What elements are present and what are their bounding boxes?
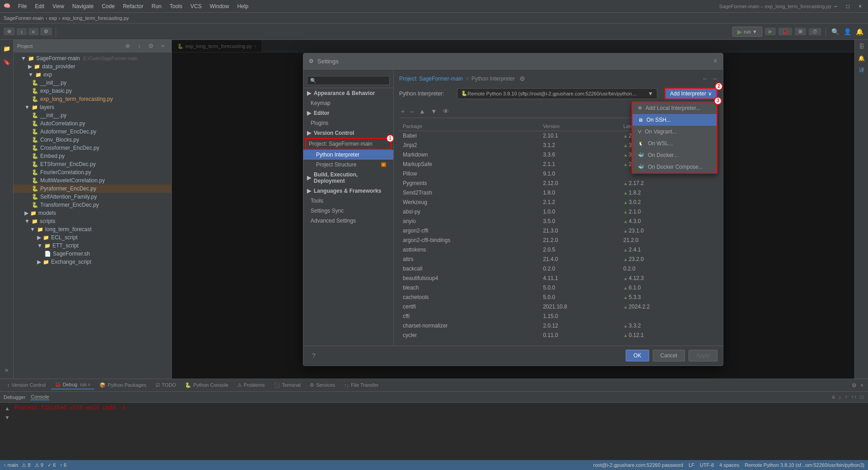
tab-debug[interactable]: 🐞 Debug run × (51, 381, 94, 389)
apply-button[interactable]: Apply (689, 350, 717, 361)
tree-item-transformer[interactable]: 🐍 Transformer_EncDec.py (14, 201, 171, 209)
toolbar-sync-button[interactable]: ↕ (17, 28, 27, 35)
toolbar-add-button[interactable]: ⊕ (4, 28, 15, 35)
maximize-button[interactable]: □ (844, 2, 852, 10)
table-row[interactable]: attrs 21.4.0 ▲23.2.0 (399, 254, 717, 264)
tree-item-autocorr[interactable]: 🐍 AutoCorrelation.py (14, 119, 171, 128)
sidebar-menu[interactable]: ⚙ (146, 41, 156, 51)
dropdown-on-ssh[interactable]: 🖥 On SSH... (632, 114, 717, 126)
tree-item-fourier[interactable]: 🐍 FourierCorrelation.py (14, 168, 171, 176)
tree-item-multiwavelet[interactable]: 🐍 MultiWaveletCorrelation.py (14, 176, 171, 185)
table-row[interactable]: argon2-cffi 21.3.0 ▲23.1.0 (399, 226, 717, 235)
notifications-side-button[interactable]: 🔔 (857, 53, 867, 63)
add-interpreter-button[interactable]: Add Interpreter ∨ (665, 88, 717, 100)
debug-toolbar-btn2[interactable]: ↓ (838, 393, 842, 401)
interpreter-select[interactable]: 🐍 Remote Python 3.8.10 (sftp://root@i-2.… (457, 88, 657, 99)
tree-item-longterm[interactable]: ▼ 📁 long_term_forecast (14, 225, 171, 233)
tree-item-etsformer[interactable]: 🐍 ETSformer_EncDec.py (14, 160, 171, 168)
close-button[interactable]: × (856, 2, 864, 10)
breadcrumb-project[interactable]: SageFormer-main (4, 15, 44, 21)
interpreter-status[interactable]: Remote Python 3.8.10 (sf...om:52260/usr/… (745, 462, 864, 468)
table-row[interactable]: absl-py 1.0.0 ▲2.1.0 (399, 207, 717, 216)
sidebar-collapse[interactable]: ↕ (134, 41, 144, 51)
console-tab[interactable]: Console (31, 394, 49, 400)
tree-item-embed[interactable]: 🐍 Embed.py (14, 152, 171, 160)
tree-item-models[interactable]: ▶ 📁 models (14, 209, 171, 217)
menu-run[interactable]: Run (148, 2, 165, 10)
bookmarks-button[interactable]: 🔖 (2, 57, 12, 67)
debugger-tab[interactable]: Debugger (4, 394, 25, 400)
table-row[interactable]: cachetools 5.0.0 ▲5.3.3 (399, 292, 717, 302)
scroll-down-button[interactable]: ▼ (4, 413, 11, 422)
settings-item-build[interactable]: ▶ Build, Execution, Deployment (303, 170, 393, 186)
tab-terminal[interactable]: ⬛ Terminal (270, 381, 305, 389)
menu-vcs[interactable]: VCS (187, 2, 205, 10)
debug-toolbar-btn1[interactable]: ≡ (831, 393, 836, 401)
settings-item-sync[interactable]: Settings Sync (303, 206, 393, 216)
table-row[interactable]: Werkzeug 2.1.2 ▲3.0.2 (399, 197, 717, 207)
menu-refactor[interactable]: Refactor (119, 2, 147, 10)
settings-item-plugins[interactable]: Plugins (303, 118, 393, 128)
settings-item-appearance[interactable]: ▶ Appearance & Behavior (303, 88, 393, 98)
structure-button[interactable]: ≡ (2, 365, 12, 375)
tree-item-ecl[interactable]: ▶ 📁 ECL_script (14, 233, 171, 242)
tree-item-exp-basic[interactable]: 🐍 exp_basic.py (14, 87, 171, 95)
settings-search-input[interactable] (307, 76, 390, 85)
help-button[interactable]: ? (309, 351, 319, 361)
tab-version-control[interactable]: ↕ Version Control (4, 381, 49, 389)
tree-item-exp-forecasting[interactable]: 🐍 exp_long_term_forecasting.py (14, 95, 171, 103)
tree-item-init[interactable]: 🐍 __init__.py (14, 79, 171, 87)
bottom-settings-button[interactable]: ⚙ (851, 381, 858, 389)
debug-toolbar-btn5[interactable]: □ (859, 393, 864, 401)
debug-toolbar-btn3[interactable]: ↑ (844, 393, 849, 401)
tree-item-ett[interactable]: ▼ 📁 ETT_script (14, 242, 171, 250)
menu-tools[interactable]: Tools (166, 2, 186, 10)
menu-window[interactable]: Window (206, 2, 233, 10)
pkg-add-button[interactable]: + (399, 107, 406, 116)
dropdown-on-vagrant[interactable]: V On Vagrant... (632, 126, 717, 138)
table-row[interactable]: Send2Trash 1.8.0 ▲1.8.2 (399, 188, 717, 197)
settings-item-vcs[interactable]: ▶ Version Control (303, 128, 393, 138)
minimize-button[interactable]: – (831, 2, 840, 10)
settings-item-editor[interactable]: ▶ Editor (303, 108, 393, 118)
notifications-button[interactable]: 🔔 (855, 27, 864, 36)
account-button[interactable]: 👤 (843, 27, 852, 36)
line-endings[interactable]: LF (689, 462, 694, 468)
ok-button[interactable]: OK (626, 350, 649, 361)
git-status[interactable]: ↑ main (4, 462, 18, 468)
menu-edit[interactable]: Edit (31, 2, 48, 10)
menu-navigate[interactable]: Navigate (69, 2, 97, 10)
tree-item-exchange[interactable]: ▶ 📁 Exchange_script (14, 258, 171, 266)
dropdown-on-docker-compose[interactable]: 🐳 On Docker Compose... (632, 161, 717, 173)
encoding[interactable]: UTF-8 (700, 462, 714, 468)
connection-status[interactable]: root@i-2.gpushare.com:52260 password (593, 462, 683, 468)
translate-button[interactable]: 译 (857, 65, 867, 75)
database-button[interactable]: 🗄 (857, 42, 867, 52)
breadcrumb-project-link[interactable]: Project: SageFormer-main (399, 76, 463, 82)
table-row[interactable]: certifi 2021.10.8 ▲2024.2.2 (399, 302, 717, 311)
table-row[interactable]: backcall 0.2.0 0.2.0 (399, 264, 717, 273)
tab-python-console[interactable]: 🐍 Python Console (181, 381, 232, 389)
pkg-view-button[interactable]: 👁 (441, 107, 451, 116)
tree-item-selfattention[interactable]: 🐍 SelfAttention_Family.py (14, 193, 171, 201)
nav-forward-button[interactable]: → (711, 75, 717, 82)
breadcrumb-file[interactable]: exp_long_term_forecasting.py (62, 15, 129, 21)
breadcrumb-settings-icon[interactable]: ⚙ (519, 75, 525, 82)
settings-item-project[interactable]: Project: SageFormer-main 1 (305, 138, 392, 150)
nav-back-button[interactable]: ← (702, 75, 708, 82)
bottom-close-button[interactable]: × (859, 381, 864, 389)
pkg-up-button[interactable]: ▲ (417, 107, 427, 116)
tree-item-data_provider[interactable]: ▶ 📁 data_provider (14, 62, 171, 71)
table-row[interactable]: cycler 0.11.0 ▲0.12.1 (399, 330, 717, 340)
tree-item-conv[interactable]: 🐍 Conv_Blocks.py (14, 136, 171, 144)
table-row[interactable]: charset-normalizer 2.0.12 ▲3.3.2 (399, 321, 717, 330)
table-row[interactable]: bleach 5.0.0 ▲6.1.0 (399, 283, 717, 292)
table-row[interactable]: asttokens 2.0.5 ▲2.4.1 (399, 245, 717, 254)
pkg-remove-button[interactable]: – (408, 107, 415, 116)
toolbar-collapse-button[interactable]: ≡ (28, 28, 38, 35)
indent[interactable]: 4 spaces (719, 462, 739, 468)
tree-item-root[interactable]: ▼ 📁 SageFormer-main E:\Code\SageFormer-m… (14, 54, 171, 62)
settings-item-keymap[interactable]: Keymap (303, 98, 393, 108)
dropdown-on-docker[interactable]: 🐳 On Docker... (632, 149, 717, 161)
table-row[interactable]: beautifulsoup4 4.11.1 ▲4.12.3 (399, 273, 717, 283)
